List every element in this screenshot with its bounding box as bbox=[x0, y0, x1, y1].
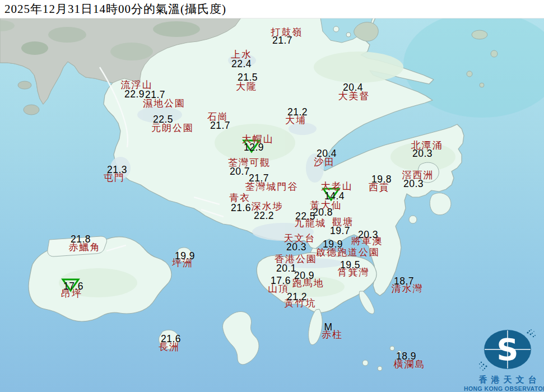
hko-logo: S 香港天文台 HONG KONG OBSERVATORY bbox=[463, 328, 544, 392]
station-temperature: 22.2 bbox=[254, 210, 274, 222]
station-temperature: 20.7 bbox=[230, 166, 250, 178]
title-bar: 2025年12月31日14時00分的氣溫(攝氏度) bbox=[0, 0, 544, 18]
hko-logo-chinese-name: 香港天文台 bbox=[463, 375, 544, 385]
station-temperature: 21.7 bbox=[145, 89, 165, 101]
map-title: 2025年12月31日14時00分的氣溫(攝氏度) bbox=[4, 1, 226, 17]
station-temperature: 21.7 bbox=[249, 172, 269, 184]
station-temperature: 20.4 bbox=[343, 82, 363, 94]
station-temperature: 20.3 bbox=[403, 178, 424, 190]
station-temperature: 18.9 bbox=[396, 351, 416, 362]
station-temperature: 21.8 bbox=[71, 234, 91, 245]
station-temperature: 22.5 bbox=[153, 114, 173, 125]
station-temperature: 20.3 bbox=[286, 241, 306, 253]
station-temperature: 22.9 bbox=[124, 88, 145, 100]
station-temperature: 19.7 bbox=[330, 225, 350, 237]
station-temperature: 19.9 bbox=[175, 250, 195, 262]
station-temperature: 21.6 bbox=[231, 202, 251, 214]
station-temperature: 17.6 bbox=[63, 281, 83, 292]
station-temperature: 22.4 bbox=[231, 58, 252, 70]
station-temperature: 20.3 bbox=[412, 148, 433, 160]
station-temperature: 21.5 bbox=[238, 72, 258, 83]
station-temperature: 22.5 bbox=[295, 211, 315, 222]
station-temperature: 19.9 bbox=[323, 239, 343, 250]
station-temperature: 21.7 bbox=[272, 35, 292, 46]
station-temperature: 20.4 bbox=[317, 148, 337, 160]
station-temperature: 20.3 bbox=[358, 229, 378, 241]
station-temperature: 19.8 bbox=[371, 174, 392, 185]
hko-temperature-map-screen: 打鼓嶺21.7上水22.4大隴21.5流浮山22.9濕地公園21.7大美督20.… bbox=[0, 0, 544, 392]
station-temperature: 19.5 bbox=[340, 259, 360, 271]
station-temperature: 21.6 bbox=[161, 333, 181, 345]
station-temperature: 20.1 bbox=[276, 263, 296, 274]
hko-logo-english-name: HONG KONG OBSERVATORY bbox=[463, 385, 544, 392]
station-temperature: 21.7 bbox=[210, 120, 230, 132]
station-temperature: 12.9 bbox=[244, 142, 264, 153]
station-temperature: 20.9 bbox=[294, 270, 314, 282]
station-temperature: 17.6 bbox=[271, 275, 291, 287]
station-temperature: 21.2 bbox=[287, 291, 307, 303]
station-temperature: 21.2 bbox=[287, 106, 308, 118]
station-temperature: 18.7 bbox=[394, 276, 414, 287]
hko-logo-symbol: S bbox=[478, 328, 537, 373]
station-temperature: M bbox=[324, 321, 332, 333]
station-temperature: 21.3 bbox=[107, 164, 127, 176]
